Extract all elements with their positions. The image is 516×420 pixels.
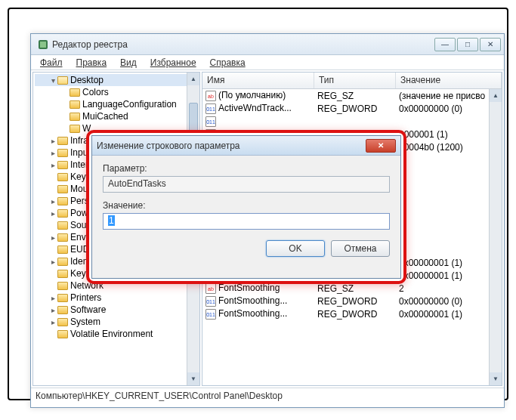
folder-icon <box>57 330 68 338</box>
folder-icon <box>57 161 68 169</box>
param-field: AutoEndTasks <box>103 176 390 193</box>
tree-item[interactable]: ▾Desktop <box>35 74 198 86</box>
svg-rect-1 <box>40 42 46 48</box>
folder-icon <box>57 76 68 85</box>
row-value: 00004b0 (1200) <box>396 142 502 153</box>
col-name[interactable]: Имя <box>202 73 314 88</box>
scroll-up-icon[interactable]: ▲ <box>490 89 502 102</box>
folder-icon <box>57 137 68 145</box>
ok-button[interactable]: OK <box>266 240 325 257</box>
expand-icon[interactable]: ▸ <box>48 197 57 205</box>
menu-edit[interactable]: Правка <box>70 57 113 68</box>
list-row[interactable]: 011ActiveWndTrack...REG_DWORD0x00000000 … <box>202 102 502 115</box>
value-input[interactable]: 1 <box>103 213 390 230</box>
tree-label: LanguageConfiguration <box>82 99 177 110</box>
row-value: 0000001 (1) <box>396 129 502 140</box>
value-type-icon: ab <box>205 91 216 101</box>
col-type[interactable]: Тип <box>314 73 396 88</box>
tree-label: Printers <box>70 292 101 303</box>
row-value: 0x00000001 (1) <box>396 258 502 268</box>
folder-icon <box>57 270 68 278</box>
row-name: (По умолчанию) <box>218 90 286 100</box>
list-row[interactable]: 011FontSmoothing...REG_DWORD0x00000001 (… <box>202 307 502 320</box>
scroll-up-icon[interactable]: ▲ <box>187 73 199 85</box>
list-row[interactable]: 011 <box>202 115 502 128</box>
row-value: 0x00000000 (0) <box>396 296 502 307</box>
list-header[interactable]: Имя Тип Значение <box>202 73 502 89</box>
titlebar[interactable]: Редактор реестра — □ ✕ <box>31 34 504 55</box>
list-scrollbar[interactable]: ▲ ▼ <box>489 89 502 385</box>
dialog-title: Изменение строкового параметра <box>97 141 366 151</box>
cancel-button[interactable]: Отмена <box>331 240 390 257</box>
row-name: ActiveWndTrack... <box>218 103 292 113</box>
col-value[interactable]: Значение <box>396 73 502 88</box>
menu-favorites[interactable]: Избранное <box>144 57 202 68</box>
menu-view[interactable]: Вид <box>114 57 143 68</box>
row-value: 4 <box>396 245 502 255</box>
scroll-down-icon[interactable]: ▼ <box>490 372 502 385</box>
row-value: 0x00000001 (1) <box>396 309 502 320</box>
close-button[interactable]: ✕ <box>480 38 501 51</box>
tree-item[interactable]: ▸System <box>35 316 198 328</box>
folder-icon <box>70 113 80 121</box>
expand-icon[interactable]: ▸ <box>48 258 57 266</box>
folder-icon <box>57 246 68 254</box>
expand-icon[interactable]: ▸ <box>48 149 57 157</box>
folder-icon <box>57 221 68 230</box>
folder-icon <box>57 258 68 266</box>
value-type-icon: 011 <box>205 296 216 307</box>
row-value: 0x00000001 (1) <box>396 270 502 281</box>
row-type: REG_SZ <box>314 283 396 294</box>
menu-help[interactable]: Справка <box>204 57 252 68</box>
highlight-frame: Изменение строкового параметра ✕ Парамет… <box>86 130 406 284</box>
annotation-frame: Редактор реестра — □ ✕ Файл Правка Вид И… <box>8 8 508 400</box>
folder-icon <box>57 282 68 290</box>
list-row[interactable]: 011FontSmoothing...REG_DWORD0x00000000 (… <box>202 295 502 307</box>
app-icon <box>37 39 49 51</box>
expand-icon[interactable]: ▸ <box>48 137 57 145</box>
tree-label: Colors <box>82 87 109 97</box>
row-type: REG_DWORD <box>314 309 396 320</box>
expand-icon[interactable]: ▸ <box>48 161 57 169</box>
list-row[interactable]: ab(По умолчанию)REG_SZ(значение не присв… <box>202 89 502 102</box>
row-value: 4 <box>396 232 502 242</box>
tree-label: Desktop <box>70 75 104 85</box>
folder-icon <box>57 173 68 181</box>
menu-file[interactable]: Файл <box>34 57 69 68</box>
expand-icon[interactable]: ▸ <box>48 318 57 326</box>
tree-item[interactable]: LanguageConfiguration <box>35 98 198 110</box>
folder-icon <box>70 125 80 133</box>
scroll-down-icon[interactable]: ▼ <box>187 372 199 385</box>
folder-icon <box>57 209 68 218</box>
tree-label: Software <box>70 304 106 315</box>
expand-icon[interactable]: ▾ <box>48 76 57 85</box>
expand-icon[interactable]: ▸ <box>48 294 57 302</box>
tree-item[interactable]: MuiCached <box>35 110 198 122</box>
expand-icon[interactable]: ▸ <box>48 209 57 218</box>
value-type-icon: 011 <box>205 309 216 320</box>
row-name: FontSmoothing... <box>218 295 287 306</box>
dialog-titlebar[interactable]: Изменение строкового параметра ✕ <box>92 136 400 156</box>
folder-icon <box>57 149 68 157</box>
row-value: (значение не присво <box>396 91 502 101</box>
param-label: Параметр: <box>103 163 390 174</box>
expand-icon[interactable]: ▸ <box>48 233 57 242</box>
expand-icon[interactable]: ▸ <box>48 306 57 314</box>
edit-string-dialog: Изменение строкового параметра ✕ Парамет… <box>91 135 401 279</box>
row-type: REG_DWORD <box>314 296 396 307</box>
tree-item[interactable]: Colors <box>35 86 198 98</box>
maximize-button[interactable]: □ <box>457 38 478 51</box>
folder-icon <box>57 233 68 242</box>
dialog-close-button[interactable]: ✕ <box>366 139 396 153</box>
minimize-button[interactable]: — <box>434 38 456 51</box>
value-type-icon: ab <box>205 283 216 294</box>
tree-label: System <box>70 317 100 327</box>
tree-label: Volatile Environment <box>70 329 153 339</box>
tree-item[interactable]: Volatile Environment <box>35 328 198 340</box>
tree-item[interactable]: ▸Printers <box>35 292 198 304</box>
row-type: REG_DWORD <box>314 103 396 114</box>
tree-item[interactable]: ▸Software <box>35 304 198 316</box>
menubar: Файл Правка Вид Избранное Справка <box>31 55 504 70</box>
window-title: Редактор реестра <box>52 39 434 50</box>
row-type: REG_SZ <box>314 91 396 101</box>
